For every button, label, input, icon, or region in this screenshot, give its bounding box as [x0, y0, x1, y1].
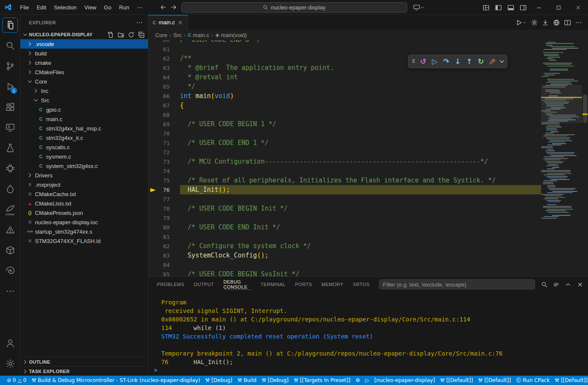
download-icon[interactable] — [542, 19, 549, 26]
cmake-default2-status[interactable]: ⚒ [[Default]] — [475, 376, 513, 385]
tree-file-gpio-c[interactable]: Cgpio.c — [20, 105, 148, 114]
tree-file-main-c[interactable]: Cmain.c — [20, 114, 148, 124]
tree-file-stm32g474xx-flash-ld[interactable]: ≡STM32G474XX_FLASH.ld — [20, 236, 148, 246]
navigate-forward-icon[interactable] — [170, 4, 177, 11]
panel-tab-debug-console[interactable]: DEBUG CONSOLE — [223, 277, 251, 292]
collapse-folders-icon[interactable] — [137, 30, 145, 39]
debug-console-filter-input[interactable] — [379, 279, 535, 289]
panel-tab-output[interactable]: OUTPUT — [194, 277, 214, 292]
step-over-button[interactable]: ↷ — [441, 56, 452, 67]
toggle-secondary-sidebar-icon[interactable] — [517, 0, 529, 15]
tree-file-nucleo-epaper-display-ioc[interactable]: ≡nucleo-epaper-display.ioc — [20, 217, 148, 227]
additional-views-icon[interactable] — [0, 281, 20, 301]
menu-edit[interactable]: Edit — [33, 0, 50, 15]
explorer-icon[interactable] — [0, 15, 20, 35]
tree-folder-core[interactable]: Core — [20, 77, 148, 86]
console-lines-icon[interactable] — [551, 280, 561, 289]
tree-file-startup-stm32g474xx-s[interactable]: ASMstartup_stm32g474xx.s — [20, 227, 148, 236]
menu-run[interactable]: Run — [115, 0, 133, 15]
tree-file--mxproject[interactable]: ≡.mxproject — [20, 180, 148, 189]
new-folder-icon[interactable] — [116, 30, 125, 39]
breadcrumb-item-mainvoid[interactable]: ◈main(void) — [215, 32, 247, 38]
split-editor-icon[interactable] — [564, 19, 571, 26]
menu-go[interactable]: Go — [100, 0, 115, 15]
command-center-search[interactable]: nucleo-epaper-display — [181, 2, 407, 13]
maximize-button[interactable] — [549, 0, 568, 15]
tree-file-stm32g4xx-it-c[interactable]: Cstm32g4xx_it.c — [20, 133, 148, 142]
cmake-variant-status[interactable]: ⚒ [Debug] — [203, 376, 235, 385]
toggle-primary-sidebar-icon[interactable] — [492, 0, 504, 15]
tree-file-system-stm32g4xx-c[interactable]: Csystem_stm32g4xx.c — [20, 161, 148, 171]
breadcrumb-item-core[interactable]: Core — [155, 32, 167, 38]
console-find-icon[interactable] — [539, 280, 549, 289]
editor-settings-icon[interactable] — [531, 19, 538, 26]
editor-surface[interactable]: 60/* USER CODE END 0 */6162/**63 * @brie… — [148, 40, 541, 276]
panel-tab-terminal[interactable]: TERMINAL — [261, 277, 286, 292]
tree-file-cmakepresets-json[interactable]: {}CMakePresets.json — [20, 208, 148, 217]
breadcrumb-item-src[interactable]: Src — [174, 32, 182, 38]
toggle-panel-icon[interactable] — [504, 0, 517, 15]
panel-tab-ports[interactable]: PORTS — [295, 277, 312, 292]
tree-folder--vscode[interactable]: .vscode — [20, 39, 148, 49]
tree-folder-cmake[interactable]: cmake — [20, 58, 148, 67]
maximize-panel-icon[interactable] — [563, 280, 573, 289]
menu-more[interactable]: ⋯ — [133, 0, 146, 15]
embedded-tools-icon[interactable] — [0, 158, 20, 179]
customize-layout-icon[interactable] — [480, 0, 492, 15]
run-cpack-status[interactable]: Ⓒ Run CPack — [513, 376, 552, 385]
cmake-variant2-status[interactable]: ⚒ [Debug] — [259, 376, 291, 385]
panel-tab-memory[interactable]: MEMORY — [322, 277, 344, 292]
reset-device-button[interactable]: ↺ — [418, 56, 429, 67]
explorer-more-actions-icon[interactable] — [136, 19, 143, 26]
linter-extension-icon[interactable] — [0, 220, 20, 240]
navigate-back-icon[interactable] — [160, 4, 167, 11]
scrollbar-slider[interactable] — [583, 95, 587, 123]
tree-file-stm32g4xx-hal-msp-c[interactable]: Cstm32g4xx_hal_msp.c — [20, 124, 148, 133]
menu-selection[interactable]: Selection — [50, 0, 80, 15]
section-outline[interactable]: OUTLINE — [20, 357, 148, 366]
manage-settings-icon[interactable] — [0, 353, 20, 374]
tree-file-syscalls-c[interactable]: Csyscalls.c — [20, 142, 148, 152]
cmake-launch-status[interactable]: ▷ — [362, 376, 371, 385]
restart-button[interactable]: ↻ — [475, 56, 486, 67]
step-into-button[interactable]: ↓ — [452, 56, 463, 67]
section-task-explorer[interactable]: TASK EXPLORER — [20, 366, 148, 376]
refresh-explorer-icon[interactable] — [127, 30, 135, 39]
tree-file-cmakecache-txt[interactable]: ≡CMakeCache.txt — [20, 189, 148, 199]
tree-folder-inc[interactable]: Inc — [20, 86, 148, 96]
stlink-launch-status[interactable]: ⚒ Build & Debug Microcontroller - ST-Lin… — [29, 376, 203, 385]
menu-file[interactable]: File — [16, 0, 33, 15]
code-editor[interactable]: 60/* USER CODE END 0 */6162/**63 * @brie… — [148, 40, 588, 276]
step-out-button[interactable]: ↑ — [464, 56, 475, 67]
cmake-gear-status[interactable]: ⚙ — [353, 376, 363, 385]
cmake-build-status[interactable]: ⚒ Build — [235, 376, 259, 385]
menu-view[interactable]: View — [81, 0, 100, 15]
tree-file-sysmem-c[interactable]: Csysmem.c — [20, 152, 148, 161]
tree-file-cmakelists-txt[interactable]: ▲CMakeLists.txt — [20, 199, 148, 208]
minimize-button[interactable] — [529, 0, 549, 15]
minimap[interactable] — [541, 40, 582, 276]
disconnect-button[interactable] — [487, 56, 498, 67]
panel-tab-xrtos[interactable]: XRTOS — [353, 277, 370, 292]
testing-icon[interactable] — [0, 138, 20, 158]
toolbar-drag-handle[interactable]: ⠿ — [410, 56, 417, 67]
breadcrumb-item-mainc[interactable]: Cmain.c — [188, 32, 209, 38]
debug-console-prompt[interactable]: > — [154, 367, 157, 373]
tree-folder-drivers[interactable]: Drivers — [20, 171, 148, 180]
continue-button[interactable]: ▷ — [429, 56, 440, 67]
project-section-header[interactable]: NUCLEO-EPAPER-DISPLAY — [20, 30, 148, 39]
panel-tab-problems[interactable]: PROBLEMS — [157, 277, 184, 292]
package-extension-icon[interactable] — [0, 240, 20, 261]
cmake-project-status[interactable]: [nucleo-epaper-display] — [372, 376, 437, 385]
minimap-slider[interactable] — [541, 85, 582, 123]
scrollbar[interactable] — [582, 40, 588, 276]
new-file-icon[interactable] — [106, 30, 115, 39]
close-panel-icon[interactable] — [575, 280, 585, 289]
tree-folder-cmakefiles[interactable]: CMakeFiles — [20, 67, 148, 77]
run-and-debug-icon[interactable]: 1 — [0, 76, 20, 97]
accounts-icon[interactable] — [0, 333, 20, 353]
search-icon[interactable] — [0, 35, 20, 56]
cast-display-icon[interactable] — [413, 0, 425, 15]
stm32-extension-icon[interactable]: STM32 — [0, 199, 20, 220]
cmake-default3-status[interactable]: ⚒ [[Default]] — [552, 376, 588, 385]
